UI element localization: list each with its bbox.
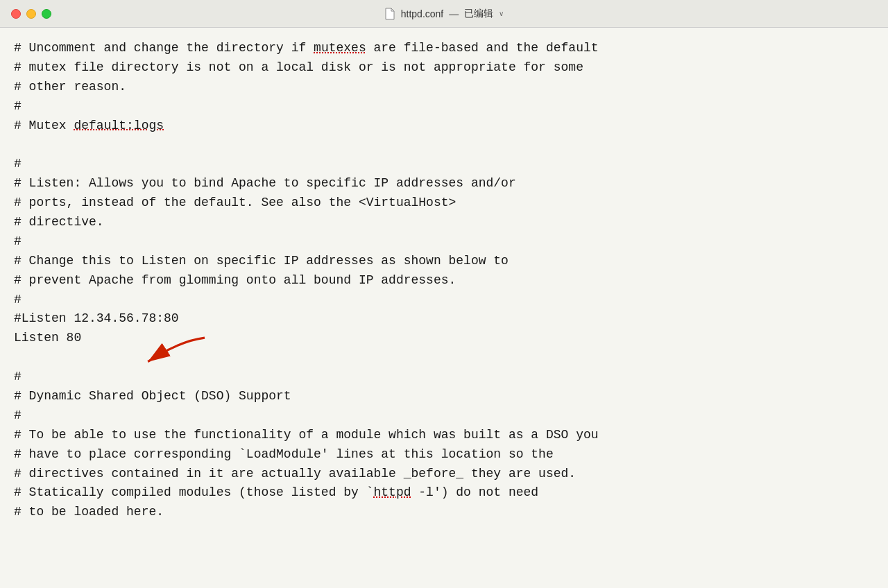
line-18: #: [14, 370, 22, 383]
line-14: #: [14, 293, 22, 306]
line-16: Listen 80: [14, 329, 81, 348]
line-9: # ports, instead of the default. See als…: [14, 196, 456, 209]
line-3: # other reason.: [14, 80, 126, 94]
line-21: # To be able to use the functionality of…: [14, 428, 599, 442]
line-10: # directive.: [14, 215, 104, 229]
line-8: # Listen: Allows you to bind Apache to s…: [14, 176, 516, 190]
separator: —: [449, 8, 459, 19]
filename-label: httpd.conf: [401, 8, 444, 19]
line-24: # Statically compiled modules (those lis…: [14, 485, 538, 499]
line-22: # have to place corresponding `LoadModul…: [14, 447, 554, 461]
title-area: httpd.conf — 已编辑 ∨: [384, 7, 504, 21]
status-label: 已编辑: [464, 8, 493, 20]
line-5: # Mutex default:logs: [14, 119, 164, 132]
code-content: # Uncomment and change the directory if …: [14, 39, 874, 522]
close-button[interactable]: [11, 9, 21, 19]
line-20: #: [14, 408, 22, 422]
traffic-lights: [11, 9, 51, 19]
titlebar: httpd.conf — 已编辑 ∨: [0, 0, 888, 28]
line-2: # mutex file directory is not on a local…: [14, 60, 583, 74]
line-19: # Dynamic Shared Object (DSO) Support: [14, 389, 291, 403]
maximize-button[interactable]: [42, 9, 51, 19]
line-23: # directives contained in it are actuall…: [14, 467, 576, 481]
line-1: # Uncomment and change the directory if …: [14, 41, 599, 55]
line-12: # Change this to Listen on specific IP a…: [14, 254, 509, 268]
chevron-down-icon[interactable]: ∨: [499, 10, 504, 17]
minimize-button[interactable]: [26, 9, 36, 19]
red-arrow-annotation: [125, 331, 215, 366]
line-25: # to be loaded here.: [14, 505, 164, 519]
line-4: #: [14, 99, 22, 113]
line-13: # prevent Apache from glomming onto all …: [14, 273, 456, 287]
window: httpd.conf — 已编辑 ∨ # Uncomment and chang…: [0, 0, 888, 588]
line-7: #: [14, 157, 22, 171]
file-icon: [384, 7, 395, 21]
line-15: #Listen 12.34.56.78:80: [14, 311, 179, 325]
line-11: #: [14, 234, 22, 248]
editor-area[interactable]: # Uncomment and change the directory if …: [0, 28, 888, 588]
